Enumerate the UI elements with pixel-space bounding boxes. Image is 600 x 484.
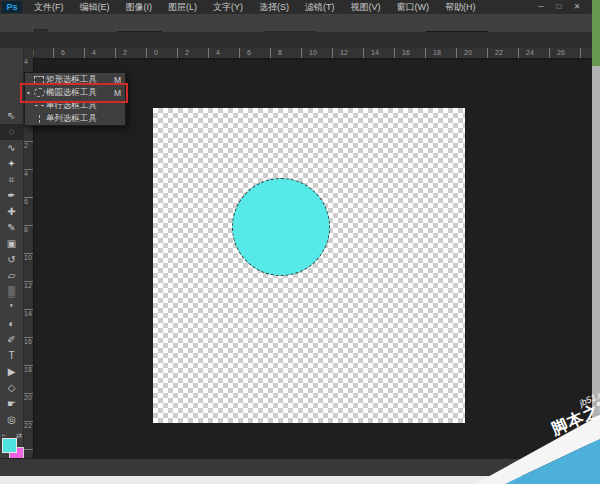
eyedropper-tool[interactable]: ✒ bbox=[0, 188, 23, 204]
dashed-column-icon-shape bbox=[39, 115, 40, 123]
ruler-number: 18 bbox=[433, 48, 441, 57]
flyout-item[interactable]: 单列选框工具 bbox=[25, 112, 125, 125]
ruler-corner bbox=[23, 48, 33, 58]
zoom-tool[interactable]: ◎ bbox=[0, 412, 23, 428]
menu-item[interactable]: 编辑(E) bbox=[72, 0, 118, 14]
ruler-number: 16 bbox=[24, 338, 32, 345]
menu-item[interactable]: 视图(V) bbox=[343, 0, 389, 14]
brush-tool[interactable]: ✎ bbox=[0, 220, 23, 236]
ruler-number: 0 bbox=[154, 48, 158, 57]
menu-item[interactable]: 图像(I) bbox=[118, 0, 161, 14]
healing-brush-tool[interactable]: ✚ bbox=[0, 204, 23, 220]
ruler-number: 18 bbox=[24, 366, 32, 373]
ruler-number: 4 bbox=[24, 58, 28, 65]
clone-stamp-tool[interactable]: ▣ bbox=[0, 236, 23, 252]
marquee-tool[interactable]: ◌ bbox=[0, 124, 23, 140]
horizontal-ruler: 864202468101214161820222426 bbox=[23, 48, 592, 59]
options-bar: ▾ □◫⊟⊡ 羽化: 0 像素 ✓ 消除锯齿 样式: 正常 ▾ 宽度: ⇄ 高度… bbox=[0, 14, 600, 33]
menu-bar: Ps 文件(F)编辑(E)图像(I)图层(L)文字(Y)选择(S)滤镜(T)视图… bbox=[0, 0, 600, 15]
ruler-number: 20 bbox=[24, 394, 32, 401]
crop-tool[interactable]: ⌗ bbox=[0, 172, 23, 188]
foreground-color-swatch[interactable] bbox=[2, 438, 17, 453]
maximize-button[interactable]: □ bbox=[550, 0, 568, 14]
ruler-number: 8 bbox=[24, 226, 28, 233]
desktop-edge-green bbox=[592, 0, 600, 66]
ruler-number: 2 bbox=[24, 142, 28, 149]
menu-item[interactable]: 帮助(H) bbox=[437, 0, 484, 14]
ruler-number: 20 bbox=[464, 48, 472, 57]
ruler-number: 2 bbox=[185, 48, 189, 57]
type-tool[interactable]: T bbox=[0, 348, 23, 364]
ruler-number: 12 bbox=[340, 48, 348, 57]
pen-tool[interactable]: ✐ bbox=[0, 332, 23, 348]
minimize-button[interactable]: ─ bbox=[532, 0, 550, 14]
shape-tool[interactable]: ◇ bbox=[0, 380, 23, 396]
ruler-number: 2 bbox=[123, 48, 127, 57]
ruler-number: 6 bbox=[61, 48, 65, 57]
ruler-number: 6 bbox=[24, 198, 28, 205]
lasso-tool[interactable]: ∿ bbox=[0, 140, 23, 156]
dashed-row-icon bbox=[32, 105, 46, 106]
close-button[interactable]: ✕ bbox=[568, 0, 586, 14]
window-controls: ─□✕ bbox=[532, 0, 586, 14]
ruler-number: 14 bbox=[24, 310, 32, 317]
menu-item[interactable]: 文字(Y) bbox=[205, 0, 251, 14]
ruler-number: 26 bbox=[557, 48, 565, 57]
gradient-tool[interactable]: ▒ bbox=[0, 284, 23, 300]
path-selection-tool[interactable]: ▶ bbox=[0, 364, 23, 380]
menu-item[interactable]: 选择(S) bbox=[251, 0, 297, 14]
dashed-column-icon bbox=[32, 115, 46, 123]
dodge-tool[interactable]: ◐ bbox=[0, 316, 23, 332]
ruler-number: 22 bbox=[495, 48, 503, 57]
document-canvas[interactable] bbox=[153, 108, 465, 423]
ruler-number: 10 bbox=[24, 254, 32, 261]
ruler-number: 24 bbox=[526, 48, 534, 57]
ruler-number: 8 bbox=[278, 48, 282, 57]
ruler-number: 16 bbox=[402, 48, 410, 57]
ruler-number: 4 bbox=[216, 48, 220, 57]
eraser-tool[interactable]: ▱ bbox=[0, 268, 23, 284]
tool-list: ⇖◌∿✦⌗✒✚✎▣↺▱▒❜◐✐T▶◇☛◎ bbox=[0, 108, 23, 428]
menu-item[interactable]: 窗口(W) bbox=[389, 0, 438, 14]
blur-tool[interactable]: ❜ bbox=[0, 300, 23, 316]
hand-tool[interactable]: ☛ bbox=[0, 396, 23, 412]
elliptical-selection-circle bbox=[232, 178, 330, 276]
history-brush-tool[interactable]: ↺ bbox=[0, 252, 23, 268]
red-highlight-box bbox=[20, 83, 128, 103]
ruler-number: 4 bbox=[92, 48, 96, 57]
ruler-number: 4 bbox=[24, 170, 28, 177]
ruler-number: 14 bbox=[371, 48, 379, 57]
photoshop-window: Ps 文件(F)编辑(E)图像(I)图层(L)文字(Y)选择(S)滤镜(T)视图… bbox=[0, 0, 600, 484]
flyout-item-label: 单列选框工具 bbox=[46, 113, 114, 125]
menu-items: 文件(F)编辑(E)图像(I)图层(L)文字(Y)选择(S)滤镜(T)视图(V)… bbox=[26, 0, 484, 14]
move-tool[interactable]: ⇖ bbox=[0, 108, 23, 124]
ruler-number: 10 bbox=[309, 48, 317, 57]
dashed-row-icon-shape bbox=[35, 105, 44, 106]
tab-bar: 未标题-1 @ 25% (图层 1, RGB/8) * × bbox=[0, 32, 600, 48]
tools-panel: ⇖◌∿✦⌗✒✚✎▣↺▱▒❜◐✐T▶◇☛◎ ▪▫ ⇄ ◧ ▤ bbox=[0, 48, 24, 458]
ps-logo-icon: Ps bbox=[2, 1, 22, 13]
menu-item[interactable]: 滤镜(T) bbox=[297, 0, 343, 14]
menu-item[interactable]: 图层(L) bbox=[160, 0, 205, 14]
ruler-number: 12 bbox=[24, 282, 32, 289]
ruler-number: 22 bbox=[24, 422, 32, 429]
menu-item[interactable]: 文件(F) bbox=[26, 0, 72, 14]
quick-selection-tool[interactable]: ✦ bbox=[0, 156, 23, 172]
ruler-number: 6 bbox=[247, 48, 251, 57]
